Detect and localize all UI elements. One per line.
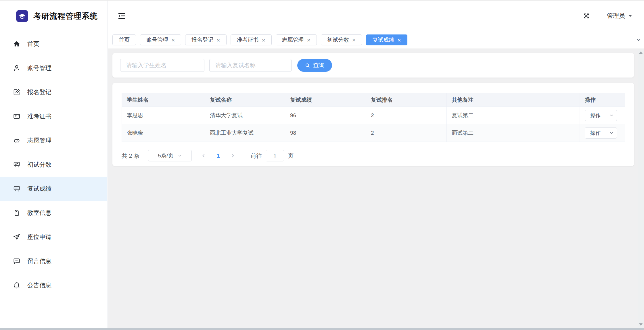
next-page-button[interactable] (225, 153, 241, 159)
content-area: 查询 学生姓名 复试名称 复试成绩 复试排名 其他备注 操作 (108, 49, 638, 328)
sidebar-item-preferences[interactable]: 志愿管理 (0, 128, 107, 153)
chevron-down-icon[interactable] (606, 110, 617, 121)
chevron-left-icon (201, 153, 207, 159)
close-icon[interactable]: × (352, 37, 356, 43)
tab-label: 准考证书 (237, 36, 259, 44)
cell-rank: 2 (366, 124, 447, 142)
chart-board-icon (13, 161, 20, 168)
column-header-retest: 复试名称 (205, 93, 285, 107)
tab-home[interactable]: 首页 (112, 34, 136, 45)
column-header-remark: 其他备注 (447, 93, 580, 107)
sidebar-item-messages[interactable]: 留言信息 (0, 249, 107, 273)
tab-retest-scores[interactable]: 复试成绩 × (366, 34, 407, 45)
edit-icon (13, 88, 20, 96)
user-name: 管理员 (607, 12, 625, 20)
row-action-button[interactable]: 操作 (585, 127, 617, 139)
sidebar-item-admission-ticket[interactable]: 准考证书 (0, 104, 107, 128)
score-board-icon (13, 185, 20, 192)
close-icon[interactable]: × (307, 37, 310, 43)
sidebar-item-retest-scores[interactable]: 复试成绩 (0, 177, 107, 201)
tag-icon (13, 209, 20, 217)
sidebar-item-label: 教室信息 (27, 209, 51, 217)
card-icon (13, 113, 20, 120)
sidebar-item-accounts[interactable]: 账号管理 (0, 56, 107, 80)
cell-remark: 面试第二 (447, 124, 580, 142)
column-header-actions: 操作 (580, 93, 625, 107)
app-title: 考研流程管理系统 (33, 11, 98, 21)
user-menu[interactable]: 管理员 (607, 12, 632, 20)
tab-label: 复试成绩 (372, 36, 394, 44)
tabs-overflow-chevron[interactable] (635, 31, 642, 49)
column-header-student: 学生姓名 (122, 93, 205, 107)
table-row: 张晓晓 西北工业大学复试 98 2 面试第二 操作 (122, 124, 625, 142)
current-page[interactable]: 1 (212, 153, 225, 159)
row-action-button[interactable]: 操作 (585, 110, 617, 121)
vertical-scrollbar[interactable] (638, 49, 644, 328)
cell-retest: 清华大学复试 (205, 107, 285, 124)
sidebar-item-label: 留言信息 (27, 257, 51, 265)
chevron-right-icon (230, 153, 235, 159)
sidebar-item-registration[interactable]: 报名登记 (0, 80, 107, 104)
cell-score: 96 (285, 107, 366, 124)
collapse-sidebar-icon[interactable] (117, 12, 126, 20)
tab-bar: 首页 账号管理 × 报名登记 × 准考证书 × 志愿管理 × 初试分数 × 复试… (108, 31, 644, 49)
tab-label: 初试分数 (327, 36, 349, 44)
action-button-label: 操作 (585, 130, 606, 136)
sidebar-item-label: 志愿管理 (27, 136, 51, 144)
cell-score: 98 (285, 124, 366, 142)
page-size-value: 5条/页 (158, 152, 173, 159)
cell-rank: 2 (366, 107, 447, 124)
scroll-up-arrow[interactable] (638, 49, 644, 56)
send-icon (13, 233, 20, 241)
fullscreen-icon[interactable] (582, 12, 590, 20)
logo: 考研流程管理系统 (0, 1, 107, 31)
student-name-input[interactable] (120, 59, 204, 72)
tab-label: 报名登记 (191, 36, 213, 44)
tab-initial-scores[interactable]: 初试分数 × (321, 34, 362, 45)
tab-registration[interactable]: 报名登记 × (185, 34, 226, 45)
sidebar-item-label: 公告信息 (27, 281, 51, 289)
cell-retest: 西北工业大学复试 (205, 124, 285, 142)
sidebar-item-label: 准考证书 (27, 112, 51, 120)
horizontal-scrollbar[interactable] (0, 328, 644, 330)
query-button[interactable]: 查询 (297, 59, 332, 72)
page-unit-label: 页 (288, 152, 294, 160)
sidebar-item-seat-application[interactable]: 座位申请 (0, 225, 107, 249)
sidebar-item-home[interactable]: 首页 (0, 32, 107, 56)
column-header-score: 复试成绩 (285, 93, 366, 107)
sidebar-item-initial-scores[interactable]: 初试分数 (0, 153, 107, 177)
close-icon[interactable]: × (262, 37, 265, 43)
sidebar-item-label: 座位申请 (27, 233, 51, 241)
search-panel: 查询 (112, 53, 634, 78)
link-icon (13, 137, 20, 144)
goto-page-input[interactable] (266, 150, 284, 161)
tab-label: 首页 (119, 36, 130, 44)
chevron-down-icon (635, 37, 642, 43)
sidebar-item-label: 初试分数 (27, 161, 51, 169)
table-row: 李思思 清华大学复试 96 2 复试第二 操作 (122, 107, 625, 124)
page-size-select[interactable]: 5条/页 (148, 150, 192, 161)
action-button-label: 操作 (585, 112, 606, 119)
close-icon[interactable]: × (171, 37, 175, 43)
sidebar-item-announcements[interactable]: 公告信息 (0, 273, 107, 297)
scroll-down-arrow[interactable] (638, 321, 644, 328)
chevron-down-icon (177, 153, 182, 158)
home-icon (13, 40, 20, 48)
total-count: 共 2 条 (122, 152, 139, 160)
retest-scores-table: 学生姓名 复试名称 复试成绩 复试排名 其他备注 操作 李思思 清华大学复试 9… (122, 93, 625, 142)
main-area: 管理员 首页 账号管理 × 报名登记 × 准考证书 × 志愿管理 × 初试 (108, 1, 644, 330)
cell-remark: 复试第二 (447, 107, 580, 124)
tab-admission-ticket[interactable]: 准考证书 × (231, 34, 272, 45)
table-header-row: 学生姓名 复试名称 复试成绩 复试排名 其他备注 操作 (122, 93, 625, 107)
close-icon[interactable]: × (216, 37, 220, 43)
tab-preferences[interactable]: 志愿管理 × (276, 34, 317, 45)
chevron-down-icon[interactable] (606, 128, 617, 138)
sidebar-item-classrooms[interactable]: 教室信息 (0, 201, 107, 225)
sidebar-item-label: 报名登记 (27, 88, 51, 96)
tab-accounts[interactable]: 账号管理 × (140, 34, 181, 45)
prev-page-button[interactable] (196, 153, 212, 159)
retest-name-input[interactable] (209, 59, 292, 72)
close-icon[interactable]: × (397, 37, 401, 43)
table-panel: 学生姓名 复试名称 复试成绩 复试排名 其他备注 操作 李思思 清华大学复试 9… (112, 83, 634, 166)
sidebar-item-label: 账号管理 (27, 64, 51, 72)
